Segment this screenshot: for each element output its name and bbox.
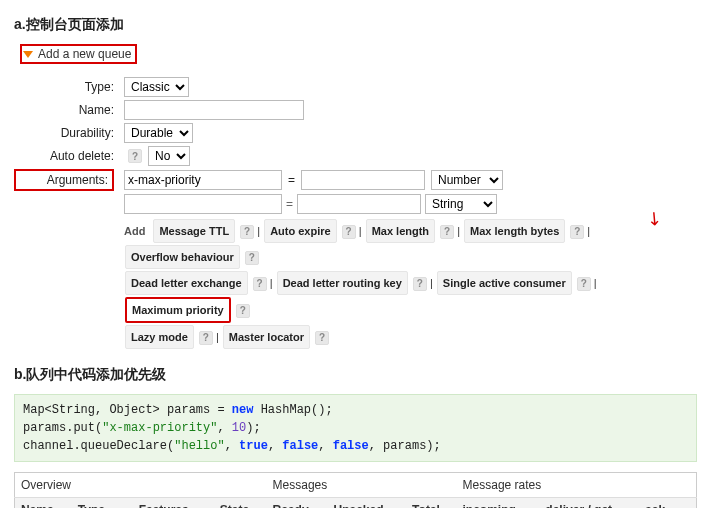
col-ready[interactable]: Ready [267,498,328,509]
col-features[interactable]: Features [133,498,214,509]
code-block-b: Map<String, Object> params = new HashMap… [14,394,697,462]
argument-val-1[interactable] [297,194,421,214]
argument-type-0[interactable]: Number [431,170,503,190]
section-b-title: b.队列中代码添加优先级 [14,366,697,384]
help-icon[interactable]: ? [236,304,250,318]
collapse-label: Add a new queue [38,47,131,61]
name-label: Name: [14,103,114,117]
arguments-label: Arguments: [14,169,114,191]
col-name[interactable]: Name [15,498,72,509]
col-incoming[interactable]: incoming [457,498,540,509]
queue-table: Overview Messages Message rates Name Typ… [14,472,697,508]
equals-sign: = [288,173,295,187]
argument-val-0[interactable] [301,170,425,190]
collapse-caret-icon [23,51,33,58]
help-icon[interactable]: ? [240,225,254,239]
tag-max-priority[interactable]: Maximum priority [125,297,231,323]
tag-dlx[interactable]: Dead letter exchange [125,271,248,295]
durability-label: Durability: [14,126,114,140]
equals-sign: = [286,197,293,211]
col-total[interactable]: Total [406,498,456,509]
argument-key-1[interactable] [124,194,282,214]
name-input[interactable] [124,100,304,120]
help-icon[interactable]: ? [440,225,454,239]
tag-message-ttl[interactable]: Message TTL [153,219,235,243]
col-state[interactable]: State [214,498,267,509]
help-icon[interactable]: ? [577,277,591,291]
col-deliver[interactable]: deliver / get [539,498,639,509]
durability-select[interactable]: Durable [124,123,193,143]
help-icon[interactable]: ? [253,277,267,291]
autodelete-select[interactable]: No [148,146,190,166]
type-label: Type: [14,80,114,94]
argument-type-1[interactable]: String [425,194,497,214]
type-select[interactable]: Classic [124,77,189,97]
col-group-messages: Messages [267,473,457,498]
tag-max-bytes[interactable]: Max length bytes [464,219,565,243]
add-label: Add [124,225,145,237]
add-queue-collapse[interactable]: Add a new queue [20,44,137,64]
tag-master[interactable]: Master locator [223,325,310,349]
help-icon[interactable]: ? [199,331,213,345]
help-icon[interactable]: ? [342,225,356,239]
col-ack[interactable]: ack [639,498,696,509]
help-icon[interactable]: ? [570,225,584,239]
help-icon[interactable]: ? [413,277,427,291]
col-group-overview: Overview [15,473,267,498]
help-icon[interactable]: ? [245,251,259,265]
section-a-title: a.控制台页面添加 [14,16,697,34]
tag-sac[interactable]: Single active consumer [437,271,572,295]
col-group-rates: Message rates [457,473,697,498]
argument-key-0[interactable] [124,170,282,190]
autodelete-label: Auto delete: [14,149,114,163]
tag-overflow[interactable]: Overflow behaviour [125,245,240,269]
col-unacked[interactable]: Unacked [327,498,406,509]
tag-auto-expire[interactable]: Auto expire [264,219,337,243]
help-icon[interactable]: ? [128,149,142,163]
tag-dlrk[interactable]: Dead letter routing key [277,271,408,295]
help-icon[interactable]: ? [315,331,329,345]
tag-lazy[interactable]: Lazy mode [125,325,194,349]
tag-max-length[interactable]: Max length [366,219,435,243]
col-type[interactable]: Type [72,498,133,509]
